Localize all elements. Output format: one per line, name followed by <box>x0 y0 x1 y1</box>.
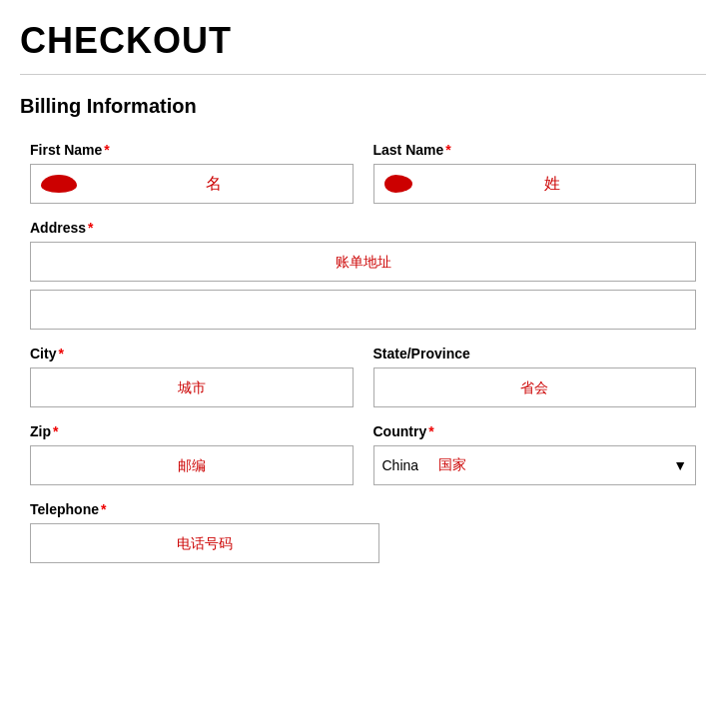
address-input-line1[interactable] <box>30 242 696 282</box>
city-state-row: City* State/Province <box>30 346 696 407</box>
zip-field: Zip* <box>30 423 354 485</box>
city-label: City* <box>30 346 354 362</box>
address-line2-field <box>30 290 696 330</box>
billing-section-title: Billing Information <box>20 95 706 118</box>
last-name-input-wrapper[interactable]: 姓 <box>373 164 697 204</box>
last-name-person-icon <box>384 175 412 193</box>
last-name-placeholder: 姓 <box>420 174 686 195</box>
country-field: Country* China 国家 ▼ <box>373 423 697 485</box>
zip-input[interactable] <box>30 445 354 485</box>
country-placeholder: 国家 <box>426 456 466 474</box>
telephone-field: Telephone* <box>30 501 379 563</box>
country-dropdown-arrow-icon: ▼ <box>673 457 687 473</box>
name-row: First Name* 名 Last Name* 姓 <box>30 142 696 204</box>
address-field: Address* <box>30 220 696 282</box>
first-name-input-wrapper[interactable]: 名 <box>30 164 354 204</box>
city-field: City* <box>30 346 354 407</box>
last-name-label: Last Name* <box>373 142 697 158</box>
state-field: State/Province <box>373 346 697 407</box>
billing-form: First Name* 名 Last Name* 姓 Address* <box>20 142 706 563</box>
first-name-placeholder: 名 <box>85 174 343 195</box>
city-input[interactable] <box>30 367 354 407</box>
first-name-field: First Name* 名 <box>30 142 354 204</box>
zip-country-row: Zip* Country* China 国家 ▼ <box>30 423 696 485</box>
first-name-label: First Name* <box>30 142 354 158</box>
address-label: Address* <box>30 220 696 236</box>
country-select-wrapper[interactable]: China 国家 ▼ <box>373 445 697 485</box>
address-input-line2[interactable] <box>30 290 696 330</box>
page-title: CHECKOUT <box>20 20 706 62</box>
telephone-input[interactable] <box>30 523 379 563</box>
last-name-field: Last Name* 姓 <box>373 142 697 204</box>
country-label: Country* <box>373 423 697 439</box>
state-label: State/Province <box>373 346 697 362</box>
state-input[interactable] <box>373 367 697 407</box>
zip-label: Zip* <box>30 423 354 439</box>
country-default-value: China <box>382 457 419 473</box>
first-name-person-icon <box>41 175 77 193</box>
telephone-label: Telephone* <box>30 501 379 517</box>
divider <box>20 74 706 75</box>
